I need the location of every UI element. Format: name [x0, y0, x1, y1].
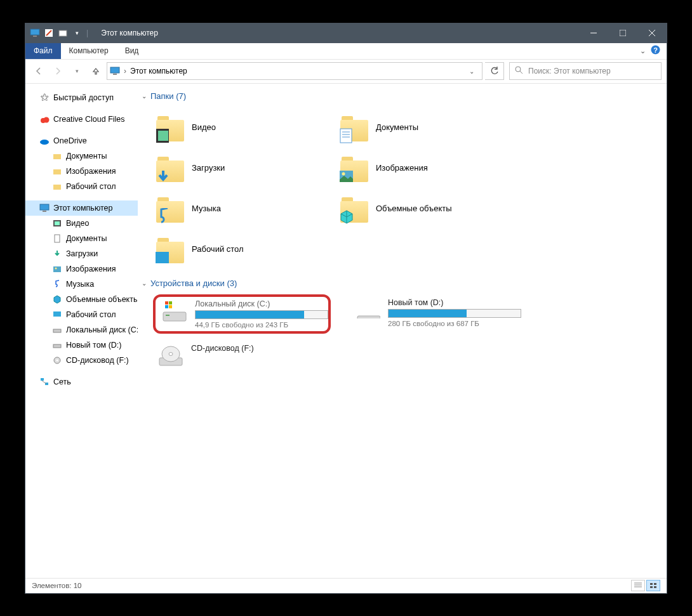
drive-icon: [354, 298, 382, 324]
this-pc-icon: [110, 66, 120, 76]
sidebar-item-onedrive-desktop[interactable]: Рабочий стол: [25, 179, 138, 194]
close-button[interactable]: [637, 23, 667, 43]
sidebar-item-3d-objects[interactable]: Объемные объекты: [25, 292, 138, 307]
view-details-button[interactable]: [631, 580, 645, 591]
drive-usage-fill: [389, 310, 467, 317]
maximize-button[interactable]: [608, 23, 637, 43]
chevron-right-icon[interactable]: ›: [124, 67, 126, 75]
ribbon-expand-icon[interactable]: ⌄: [640, 47, 646, 55]
svg-rect-37: [340, 129, 352, 143]
folder-3d-objects[interactable]: Объемные объекты: [337, 188, 502, 229]
tab-file[interactable]: Файл: [25, 43, 61, 59]
refresh-button[interactable]: [485, 62, 504, 80]
star-icon: ⚝: [39, 93, 50, 103]
tab-computer[interactable]: Компьютер: [61, 43, 117, 59]
sidebar-item-downloads[interactable]: Загрузки: [25, 246, 138, 261]
sidebar-item-documents[interactable]: Документы: [25, 231, 138, 246]
folder-music[interactable]: Музыка: [153, 188, 318, 229]
drive-label: Локальный диск (C:): [195, 299, 328, 308]
back-button[interactable]: [30, 63, 47, 79]
sidebar-item-onedrive-pictures[interactable]: Изображения: [25, 164, 138, 179]
sidebar-label: Документы: [66, 152, 107, 161]
view-large-icons-button[interactable]: [646, 580, 660, 591]
chevron-down-icon: ⌄: [142, 280, 147, 287]
sidebar-item-pictures[interactable]: Изображения: [25, 261, 138, 277]
sidebar-label: Рабочий стол: [66, 182, 116, 191]
folder-pictures[interactable]: Изображения: [337, 148, 502, 188]
search-input[interactable]: Поиск: Этот компьютер: [509, 62, 662, 80]
recent-dropdown-icon[interactable]: ▾: [69, 63, 85, 79]
up-button[interactable]: [88, 63, 104, 79]
ribbon-tabs: Файл Компьютер Вид ⌄ ?: [25, 43, 667, 60]
svg-rect-48: [169, 301, 172, 305]
drive-label: Новый том (D:): [388, 298, 524, 307]
creative-cloud-icon: [39, 114, 50, 124]
address-dropdown-icon[interactable]: ⌄: [464, 63, 479, 79]
folder-label: Рабочий стол: [192, 244, 244, 254]
drive-d[interactable]: Новый том (D:) 280 ГБ свободно из 687 ГБ: [350, 294, 528, 334]
svg-line-34: [42, 381, 46, 384]
sidebar-item-desktop[interactable]: Рабочий стол: [25, 307, 138, 322]
sidebar-item-quick-access[interactable]: ⚝Быстрый доступ: [25, 90, 138, 105]
qat-dropdown-icon[interactable]: ▾: [71, 27, 83, 39]
sidebar-item-onedrive-documents[interactable]: Документы: [25, 148, 138, 164]
help-icon[interactable]: ?: [651, 45, 660, 56]
svg-rect-61: [650, 586, 653, 588]
titlebar[interactable]: ▾ | Этот компьютер: [25, 23, 667, 43]
properties-icon[interactable]: [43, 27, 55, 39]
forward-button[interactable]: [50, 63, 66, 79]
drive-usage-bar: [195, 310, 328, 319]
folder-downloads[interactable]: Загрузки: [153, 148, 318, 188]
this-pc-icon: [29, 27, 41, 39]
sidebar-item-creative-cloud[interactable]: Creative Cloud Files: [25, 112, 138, 127]
folder-icon: [339, 112, 369, 143]
folder-videos[interactable]: Видео: [153, 107, 318, 148]
svg-rect-36: [158, 131, 168, 141]
onedrive-icon: [39, 136, 50, 146]
sidebar-item-this-pc[interactable]: Этот компьютер: [25, 200, 138, 216]
svg-rect-50: [169, 305, 172, 308]
svg-rect-59: [650, 583, 653, 585]
sidebar-item-disk-d[interactable]: Новый том (D:): [25, 337, 138, 353]
sidebar-label: OneDrive: [53, 136, 87, 145]
sidebar-label: Creative Cloud Files: [53, 115, 125, 124]
folder-label: Музыка: [192, 204, 221, 213]
sidebar-item-videos[interactable]: Видео: [25, 216, 138, 231]
drive-free-text: 280 ГБ свободно из 687 ГБ: [388, 320, 524, 327]
svg-rect-18: [53, 169, 61, 174]
sidebar-label: Загрузки: [66, 249, 98, 258]
sidebar-item-disk-f[interactable]: CD-дисковод (F:): [25, 353, 138, 368]
folder-label: Изображения: [376, 163, 428, 173]
sidebar-label: Изображения: [66, 265, 116, 273]
folder-documents[interactable]: Документы: [337, 107, 502, 148]
breadcrumb-this-pc[interactable]: Этот компьютер: [130, 67, 187, 75]
content-pane: ⌄ Папки (7) Видео Документы Загрузки: [138, 84, 667, 578]
minimize-button[interactable]: [579, 23, 608, 43]
tab-view[interactable]: Вид: [117, 43, 147, 59]
drive-icon: [161, 299, 189, 325]
folder-desktop[interactable]: Рабочий стол: [153, 229, 318, 270]
this-pc-icon: [39, 203, 50, 213]
folder-label: Загрузки: [192, 163, 225, 173]
svg-point-26: [55, 267, 57, 269]
svg-rect-47: [165, 301, 168, 305]
folder-icon: [155, 193, 185, 224]
sidebar-item-network[interactable]: Сеть: [25, 374, 138, 390]
address-bar[interactable]: › Этот компьютер ⌄: [107, 62, 482, 80]
drive-c[interactable]: Локальный диск (C:) 44,9 ГБ свободно из …: [153, 294, 331, 334]
drive-f[interactable]: CD-дисковод (F:): [153, 340, 331, 373]
svg-rect-44: [163, 312, 186, 321]
sidebar-item-music[interactable]: Музыка: [25, 277, 138, 292]
pictures-icon: [52, 264, 62, 274]
sidebar-item-onedrive[interactable]: OneDrive: [25, 133, 138, 148]
sidebar-item-disk-c[interactable]: Локальный диск (C:): [25, 322, 138, 337]
new-folder-icon[interactable]: [57, 27, 69, 39]
folder-label: Видео: [192, 122, 216, 132]
navigation-bar: ▾ › Этот компьютер ⌄ Поиск: Этот компьют…: [25, 60, 667, 84]
sidebar-label: Локальный диск (C:): [66, 325, 138, 334]
svg-rect-32: [41, 378, 44, 381]
group-header-devices[interactable]: ⌄ Устройства и диски (3): [140, 276, 664, 291]
folder-label: Документы: [376, 122, 418, 132]
group-header-folders[interactable]: ⌄ Папки (7): [140, 89, 664, 103]
svg-rect-29: [53, 344, 61, 348]
